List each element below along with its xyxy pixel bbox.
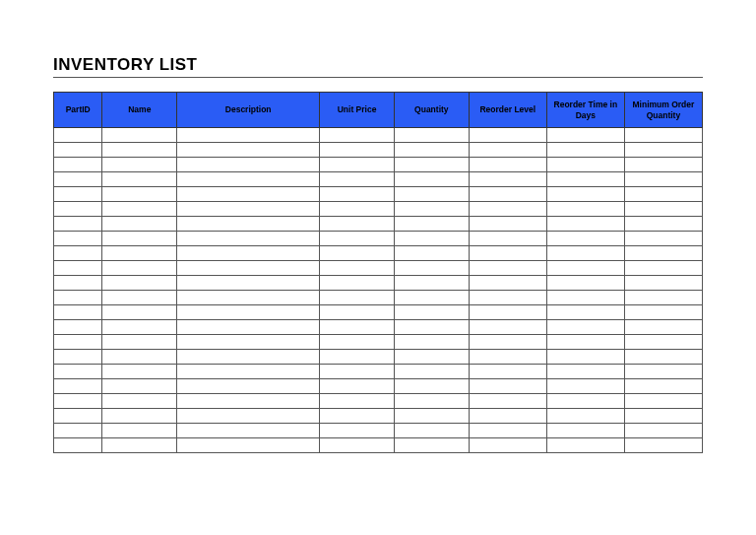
cell-quantity[interactable]	[394, 365, 469, 379]
cell-unitprice[interactable]	[320, 335, 395, 350]
cell-name[interactable]	[102, 246, 177, 261]
cell-description[interactable]	[177, 305, 320, 320]
cell-unitprice[interactable]	[320, 424, 395, 438]
cell-reordertime[interactable]	[546, 335, 624, 350]
cell-partid[interactable]	[54, 172, 102, 187]
cell-minorder[interactable]	[624, 128, 702, 143]
cell-unitprice[interactable]	[320, 232, 395, 246]
cell-minorder[interactable]	[624, 365, 702, 379]
cell-description[interactable]	[177, 172, 320, 187]
cell-minorder[interactable]	[624, 394, 702, 409]
cell-reorderlevel[interactable]	[469, 409, 546, 424]
cell-partid[interactable]	[54, 217, 102, 232]
cell-minorder[interactable]	[624, 335, 702, 350]
cell-description[interactable]	[177, 128, 320, 143]
cell-reorderlevel[interactable]	[469, 202, 546, 217]
cell-partid[interactable]	[54, 232, 102, 246]
cell-description[interactable]	[177, 320, 320, 335]
cell-minorder[interactable]	[624, 350, 702, 365]
cell-name[interactable]	[102, 158, 177, 172]
cell-minorder[interactable]	[624, 320, 702, 335]
cell-quantity[interactable]	[394, 158, 469, 172]
cell-quantity[interactable]	[394, 320, 469, 335]
cell-minorder[interactable]	[624, 291, 702, 305]
cell-name[interactable]	[102, 276, 177, 291]
cell-reordertime[interactable]	[546, 350, 624, 365]
cell-unitprice[interactable]	[320, 158, 395, 172]
cell-description[interactable]	[177, 217, 320, 232]
cell-minorder[interactable]	[624, 246, 702, 261]
cell-reordertime[interactable]	[546, 320, 624, 335]
cell-reorderlevel[interactable]	[469, 246, 546, 261]
cell-reorderlevel[interactable]	[469, 232, 546, 246]
cell-minorder[interactable]	[624, 158, 702, 172]
cell-partid[interactable]	[54, 128, 102, 143]
cell-reorderlevel[interactable]	[469, 394, 546, 409]
cell-quantity[interactable]	[394, 187, 469, 202]
cell-unitprice[interactable]	[320, 276, 395, 291]
cell-quantity[interactable]	[394, 438, 469, 453]
cell-quantity[interactable]	[394, 350, 469, 365]
cell-name[interactable]	[102, 291, 177, 305]
cell-partid[interactable]	[54, 158, 102, 172]
cell-name[interactable]	[102, 128, 177, 143]
cell-partid[interactable]	[54, 305, 102, 320]
cell-quantity[interactable]	[394, 172, 469, 187]
cell-partid[interactable]	[54, 365, 102, 379]
cell-reordertime[interactable]	[546, 394, 624, 409]
cell-reordertime[interactable]	[546, 187, 624, 202]
cell-description[interactable]	[177, 246, 320, 261]
cell-reorderlevel[interactable]	[469, 320, 546, 335]
cell-name[interactable]	[102, 232, 177, 246]
cell-unitprice[interactable]	[320, 172, 395, 187]
cell-minorder[interactable]	[624, 424, 702, 438]
cell-name[interactable]	[102, 424, 177, 438]
cell-unitprice[interactable]	[320, 409, 395, 424]
cell-minorder[interactable]	[624, 409, 702, 424]
cell-reordertime[interactable]	[546, 232, 624, 246]
cell-description[interactable]	[177, 232, 320, 246]
cell-reordertime[interactable]	[546, 409, 624, 424]
cell-description[interactable]	[177, 261, 320, 276]
cell-unitprice[interactable]	[320, 261, 395, 276]
cell-name[interactable]	[102, 350, 177, 365]
cell-partid[interactable]	[54, 320, 102, 335]
cell-reordertime[interactable]	[546, 276, 624, 291]
cell-description[interactable]	[177, 365, 320, 379]
cell-unitprice[interactable]	[320, 291, 395, 305]
cell-description[interactable]	[177, 394, 320, 409]
cell-reorderlevel[interactable]	[469, 217, 546, 232]
cell-reorderlevel[interactable]	[469, 305, 546, 320]
cell-partid[interactable]	[54, 187, 102, 202]
cell-minorder[interactable]	[624, 232, 702, 246]
cell-minorder[interactable]	[624, 143, 702, 158]
cell-name[interactable]	[102, 409, 177, 424]
cell-quantity[interactable]	[394, 335, 469, 350]
cell-reorderlevel[interactable]	[469, 128, 546, 143]
cell-quantity[interactable]	[394, 128, 469, 143]
cell-reordertime[interactable]	[546, 438, 624, 453]
cell-partid[interactable]	[54, 409, 102, 424]
cell-description[interactable]	[177, 291, 320, 305]
cell-reorderlevel[interactable]	[469, 365, 546, 379]
cell-unitprice[interactable]	[320, 394, 395, 409]
cell-unitprice[interactable]	[320, 320, 395, 335]
cell-description[interactable]	[177, 350, 320, 365]
cell-partid[interactable]	[54, 350, 102, 365]
cell-unitprice[interactable]	[320, 379, 395, 394]
cell-minorder[interactable]	[624, 276, 702, 291]
cell-description[interactable]	[177, 438, 320, 453]
cell-name[interactable]	[102, 187, 177, 202]
cell-name[interactable]	[102, 202, 177, 217]
cell-name[interactable]	[102, 320, 177, 335]
cell-minorder[interactable]	[624, 187, 702, 202]
cell-quantity[interactable]	[394, 246, 469, 261]
cell-reordertime[interactable]	[546, 261, 624, 276]
cell-reordertime[interactable]	[546, 172, 624, 187]
cell-description[interactable]	[177, 379, 320, 394]
cell-reorderlevel[interactable]	[469, 379, 546, 394]
cell-quantity[interactable]	[394, 217, 469, 232]
cell-quantity[interactable]	[394, 305, 469, 320]
cell-minorder[interactable]	[624, 202, 702, 217]
cell-reordertime[interactable]	[546, 246, 624, 261]
